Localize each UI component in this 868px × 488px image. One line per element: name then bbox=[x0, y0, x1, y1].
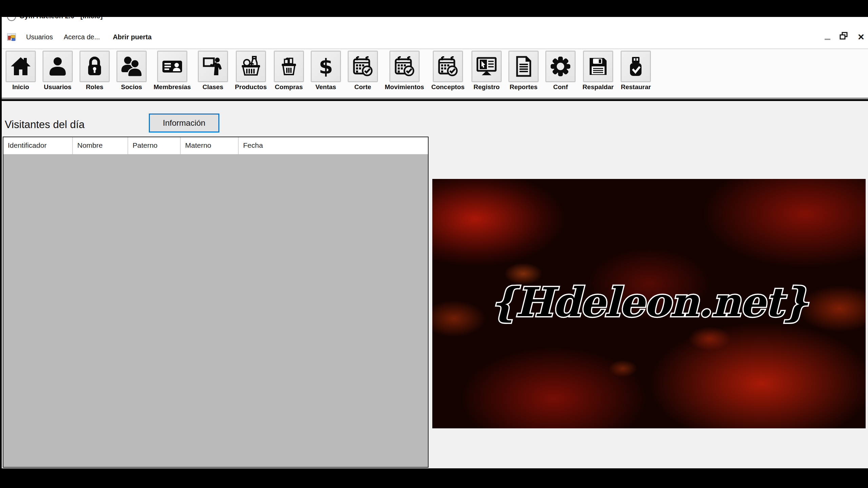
toolbar-label: Usuarios bbox=[44, 83, 71, 91]
toolbar-label: Clases bbox=[202, 83, 223, 91]
usb-restore-icon bbox=[625, 56, 647, 77]
toolbar-label: Restaurar bbox=[621, 83, 651, 91]
calendar-check-icon bbox=[437, 56, 459, 77]
column-header-nombre[interactable]: Nombre bbox=[73, 137, 128, 154]
toolbar-button-ventas[interactable]: $ bbox=[311, 51, 341, 82]
toolbar-label: Corte bbox=[354, 83, 371, 91]
column-header-fecha[interactable]: Fecha bbox=[239, 137, 428, 154]
id-card-icon bbox=[161, 56, 183, 77]
toolbar-item-membresias: Membresías bbox=[154, 51, 191, 91]
toolbar-label: Registro bbox=[474, 83, 500, 91]
toolbar-button-respaldar[interactable] bbox=[583, 51, 613, 82]
toolbar-button-conceptos[interactable] bbox=[433, 51, 463, 82]
toolbar-label: Ventas bbox=[315, 83, 336, 91]
brand-logo-text: {Hdeleon.net} bbox=[490, 279, 808, 326]
user-icon bbox=[47, 56, 68, 77]
minimize-icon[interactable] bbox=[825, 39, 830, 40]
toolbar-item-corte: Corte bbox=[348, 51, 378, 91]
toolbar-button-membresias[interactable] bbox=[157, 51, 187, 82]
brand-image: {Hdeleon.net} bbox=[432, 179, 866, 428]
calendar-check-icon bbox=[394, 56, 415, 77]
toolbar-button-productos[interactable] bbox=[236, 51, 266, 82]
calendar-check-icon bbox=[352, 56, 374, 77]
menu-item-usuarios[interactable]: Usuarios bbox=[21, 30, 58, 44]
toolbar-label: Socios bbox=[121, 83, 142, 91]
presentation-icon bbox=[202, 56, 224, 77]
toolbar-item-restaurar: Restaurar bbox=[621, 51, 651, 91]
toolbar-item-ventas: $Ventas bbox=[311, 51, 341, 91]
toolbar-item-conceptos: Conceptos bbox=[431, 51, 465, 91]
grocery-basket-icon bbox=[240, 56, 262, 77]
toolbar-item-registro: Registro bbox=[472, 51, 501, 91]
toolbar-button-inicio[interactable] bbox=[6, 51, 36, 82]
toolbar-button-conf[interactable] bbox=[546, 51, 575, 82]
toolbar-button-restaurar[interactable] bbox=[621, 51, 651, 82]
toolbar-label: Membresías bbox=[154, 83, 191, 91]
floppy-icon bbox=[587, 56, 609, 77]
toolbar-button-reportes[interactable] bbox=[509, 51, 538, 82]
toolbar-item-conf: Conf bbox=[546, 51, 575, 91]
gear-icon bbox=[550, 56, 571, 77]
letterbox-top bbox=[0, 0, 868, 17]
toolbar-item-usuarios: Usuarios bbox=[43, 51, 73, 91]
toolbar-label: Movimientos bbox=[385, 83, 424, 91]
close-icon[interactable]: ✕ bbox=[857, 32, 865, 42]
menu-bar: UsuariosAcerca de...Abrir puerta ✕ bbox=[2, 25, 868, 49]
toolbar-item-roles: Roles bbox=[80, 51, 110, 91]
toolbar-label: Productos bbox=[235, 83, 267, 91]
visitors-section-title: Visitantes del día bbox=[5, 119, 85, 131]
dollar-icon: $ bbox=[315, 56, 337, 77]
visitors-table-header: IdentificadorNombrePaternoMaternoFecha bbox=[3, 137, 428, 155]
visitors-table-body[interactable] bbox=[3, 154, 428, 467]
toolbar-item-movimientos: Movimientos bbox=[385, 51, 424, 91]
document-icon bbox=[513, 56, 534, 77]
lock-icon bbox=[84, 56, 105, 77]
app-window: Gym Hdeleon 2.0 - [Inicio] □ ✕ UsuariosA… bbox=[0, 0, 868, 488]
toolbar-item-reportes: Reportes bbox=[509, 51, 538, 91]
menu-item-acerca-de[interactable]: Acerca de... bbox=[58, 30, 105, 44]
toolbar-button-clases[interactable] bbox=[198, 51, 228, 82]
letterbox-left bbox=[0, 0, 2, 488]
toolbar-button-roles[interactable] bbox=[80, 51, 110, 82]
toolbar-label: Conf bbox=[553, 83, 568, 91]
toolbar-button-socios[interactable] bbox=[117, 51, 146, 82]
toolbar-button-registro[interactable] bbox=[472, 51, 501, 82]
toolbar-item-clases: Clases bbox=[198, 51, 228, 91]
toolbar: InicioUsuariosRolesSociosMembresíasClase… bbox=[2, 49, 868, 99]
svg-text:$: $ bbox=[319, 56, 333, 77]
letterbox-bottom bbox=[0, 468, 868, 488]
toolbar-label: Reportes bbox=[510, 83, 537, 91]
toolbar-button-movimientos[interactable] bbox=[390, 51, 419, 82]
informacion-button[interactable]: Información bbox=[149, 114, 219, 133]
monitor-register-icon bbox=[476, 56, 497, 77]
toolbar-label: Inicio bbox=[12, 83, 29, 91]
toolbar-button-corte[interactable] bbox=[348, 51, 378, 82]
toolbar-button-compras[interactable] bbox=[274, 51, 304, 82]
toolbar-item-inicio: Inicio bbox=[6, 51, 36, 91]
mdi-window-controls: ✕ bbox=[825, 25, 865, 48]
main-area: Visitantes del día Información Identific… bbox=[2, 101, 868, 468]
toolbar-button-usuarios[interactable] bbox=[43, 51, 73, 82]
visitors-table: IdentificadorNombrePaternoMaternoFecha bbox=[3, 137, 429, 468]
toolbar-item-compras: Compras bbox=[274, 51, 304, 91]
column-header-identificador[interactable]: Identificador bbox=[3, 137, 73, 154]
toolbar-label: Conceptos bbox=[431, 83, 465, 91]
column-header-paterno[interactable]: Paterno bbox=[128, 137, 181, 154]
toolbar-label: Respaldar bbox=[583, 83, 614, 91]
column-header-materno[interactable]: Materno bbox=[181, 137, 239, 154]
toolbar-item-productos: Productos bbox=[235, 51, 267, 91]
restore-icon[interactable] bbox=[839, 32, 849, 42]
mdi-child-form-icon bbox=[7, 33, 16, 41]
shopping-basket-icon bbox=[278, 56, 300, 77]
toolbar-label: Compras bbox=[275, 83, 303, 91]
users-icon bbox=[121, 56, 142, 77]
menu-item-abrir-puerta[interactable]: Abrir puerta bbox=[105, 30, 157, 44]
toolbar-label: Roles bbox=[86, 83, 103, 91]
home-icon bbox=[10, 56, 32, 77]
toolbar-item-socios: Socios bbox=[117, 51, 146, 91]
toolbar-item-respaldar: Respaldar bbox=[583, 51, 614, 91]
